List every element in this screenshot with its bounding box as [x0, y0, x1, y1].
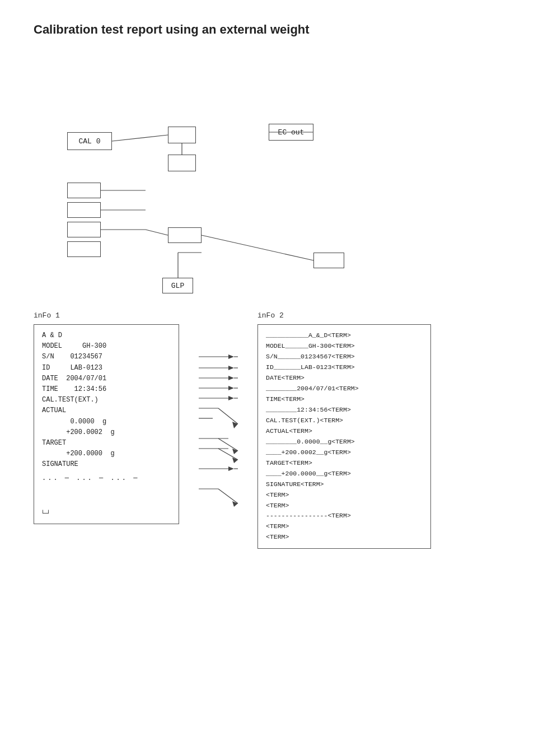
svg-line-39	[218, 489, 238, 503]
ecout-box: EC out	[269, 124, 313, 141]
svg-marker-23	[228, 396, 234, 400]
info2-panel: ___________A_&_D<TERM> MODEL______GH-300…	[257, 324, 431, 549]
info2-row-12: TARGET<TERM>	[266, 458, 423, 469]
stack-box-4	[67, 241, 101, 257]
info2-row-16: <TERM>	[266, 501, 423, 511]
info1-row-1: S/N 01234567	[42, 352, 171, 362]
diagram-area: CAL 0 EC out GLP	[34, 59, 500, 295]
stack-box-3	[67, 222, 101, 237]
info2-label: inFo 2	[257, 311, 431, 320]
info1-row-5: CAL.TEST(EXT.)	[42, 395, 171, 405]
info2-row-14: SIGNATURE<TERM>	[266, 479, 423, 490]
svg-marker-40	[232, 501, 238, 507]
info2-row-18: <TERM>	[266, 521, 423, 532]
info2-row-3: ID_______LAB-0123<TERM>	[266, 362, 423, 373]
svg-marker-20	[228, 386, 234, 390]
info1-footer: ⌴	[42, 506, 171, 518]
center-right-box	[168, 155, 196, 171]
info1-container: inFo 1 A & D MODEL GH-300 S/N 01234567 I…	[34, 311, 179, 549]
page-title: Calibration test report using an externa…	[34, 22, 500, 37]
svg-marker-14	[228, 366, 234, 370]
svg-line-26	[218, 408, 238, 424]
stack-box-2	[67, 202, 101, 218]
glp-box: GLP	[162, 278, 193, 293]
cal0-box: CAL 0	[67, 132, 112, 150]
info1-row-6: ACTUAL	[42, 405, 171, 416]
svg-line-6	[146, 230, 168, 235]
info2-row-11: ____+200.0002__g<TERM>	[266, 447, 423, 458]
info-section: inFo 1 A & D MODEL GH-300 S/N 01234567 I…	[34, 311, 500, 549]
info2-row-17: ----------------<TERM>	[266, 511, 423, 521]
info2-row-0: ___________A_&_D<TERM>	[266, 330, 423, 341]
info1-panel: A & D MODEL GH-300 S/N 01234567 ID LAB-0…	[34, 324, 179, 524]
svg-marker-27	[232, 422, 238, 428]
info2-row-10: ________0.0000__g<TERM>	[266, 437, 423, 447]
info1-dashes: ... — ... — ... —	[42, 473, 171, 484]
info1-row-4: TIME 12:34:56	[42, 384, 171, 395]
info1-row-3: DATE 2004/07/01	[42, 374, 171, 384]
info2-row-6: TIME<TERM>	[266, 394, 423, 405]
info2-row-4: DATE<TERM>	[266, 373, 423, 384]
diagram-arrows	[34, 59, 500, 295]
svg-line-0	[112, 135, 168, 141]
info2-row-9: ACTUAL<TERM>	[266, 426, 423, 437]
info1-header: A & D	[42, 330, 171, 341]
info1-row-11: SIGNATURE	[42, 459, 171, 470]
info2-row-5: ________2004/07/01<TERM>	[266, 384, 423, 394]
svg-marker-11	[228, 354, 234, 359]
info1-row-10: +200.0000 g	[42, 449, 171, 459]
mid-lower-box	[168, 227, 202, 243]
info1-label: inFo 1	[34, 311, 179, 320]
info2-row-19: <TERM>	[266, 532, 423, 543]
info2-row-13: ____+200.0000__g<TERM>	[266, 469, 423, 479]
between-arrows	[196, 311, 241, 549]
center-top-box	[168, 127, 196, 143]
svg-marker-17	[228, 376, 234, 380]
svg-marker-36	[228, 466, 234, 471]
stack-box-1	[67, 183, 101, 198]
info2-row-15: <TERM>	[266, 490, 423, 501]
info1-row-8: +200.0002 g	[42, 427, 171, 438]
info2-row-1: MODEL______GH-300<TERM>	[266, 341, 423, 352]
svg-line-7	[202, 235, 313, 260]
middle-arrows-svg	[196, 341, 241, 531]
info1-row-9: TARGET	[42, 438, 171, 449]
info1-row-7: 0.0000 g	[42, 417, 171, 427]
info1-row-2: ID LAB-0123	[42, 363, 171, 374]
right-lower-box	[313, 253, 344, 268]
info2-container: inFo 2 ___________A_&_D<TERM> MODEL_____…	[257, 311, 431, 549]
info2-row-8: CAL.TEST(EXT.)<TERM>	[266, 416, 423, 426]
info2-row-7: ________12:34:56<TERM>	[266, 405, 423, 416]
svg-line-30	[218, 438, 238, 451]
info1-row-0: MODEL GH-300	[42, 341, 171, 352]
info2-row-2: S/N______01234567<TERM>	[266, 352, 423, 362]
